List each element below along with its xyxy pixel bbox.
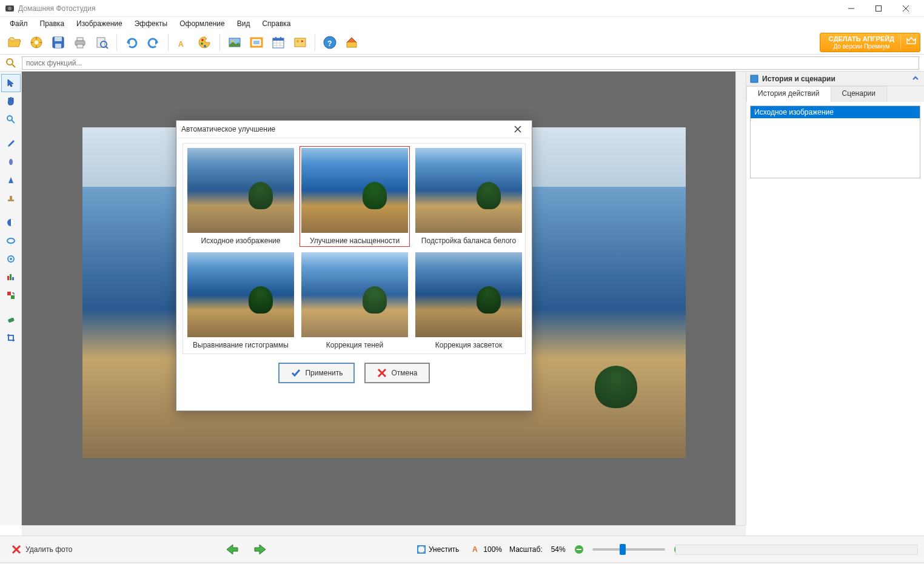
- tab-scenarios[interactable]: Сценарии: [831, 86, 887, 102]
- window-controls: [837, 0, 919, 17]
- maximize-button[interactable]: [865, 0, 892, 17]
- auto-enhance-dialog: Автоматическое улучшение Исходное изобра…: [176, 120, 532, 411]
- window-title: Домашняя Фотостудия: [18, 4, 837, 13]
- settings-icon[interactable]: [27, 33, 46, 52]
- history-item[interactable]: Исходное изображение: [751, 106, 920, 118]
- thumb-option[interactable]: Коррекция теней: [300, 250, 410, 351]
- svg-rect-37: [295, 38, 306, 47]
- pointer-tool-icon[interactable]: [1, 74, 21, 92]
- calendar-icon[interactable]: [269, 33, 288, 52]
- svg-rect-16: [77, 38, 83, 41]
- menu-edit[interactable]: Правка: [34, 18, 71, 29]
- svg-point-48: [7, 238, 15, 243]
- image-icon[interactable]: [225, 33, 244, 52]
- menu-help[interactable]: Справка: [256, 18, 296, 29]
- history-list[interactable]: Исходное изображение: [750, 106, 920, 178]
- brush-tool-icon[interactable]: [1, 153, 21, 171]
- frame-icon[interactable]: [247, 33, 266, 52]
- dialog-titlebar[interactable]: Автоматическое улучшение: [176, 121, 532, 138]
- levels-tool-icon[interactable]: [1, 268, 21, 286]
- svg-rect-17: [77, 44, 83, 48]
- thumb-image: [301, 252, 408, 337]
- collapse-icon[interactable]: [912, 75, 920, 83]
- search-icon[interactable]: [2, 56, 19, 70]
- menu-view[interactable]: Вид: [231, 18, 256, 29]
- upgrade-button[interactable]: СДЕЛАТЬ АПГРЕЙД До версии Премиум: [820, 33, 920, 52]
- clone-tool-icon[interactable]: [1, 171, 21, 189]
- sharpen-tool-icon[interactable]: [1, 232, 21, 250]
- minimize-button[interactable]: [837, 0, 865, 17]
- svg-point-41: [7, 59, 13, 65]
- svg-point-7: [35, 41, 38, 44]
- text-icon[interactable]: A: [173, 33, 193, 52]
- hand-tool-icon[interactable]: [1, 92, 21, 110]
- hundred-percent-button[interactable]: A 100%: [468, 543, 506, 556]
- print-icon[interactable]: [70, 33, 90, 52]
- cancel-button[interactable]: Отмена: [364, 363, 429, 383]
- palette-icon[interactable]: [195, 33, 215, 52]
- thumb-option[interactable]: Исходное изображение: [186, 146, 296, 247]
- tab-history[interactable]: История действий: [746, 86, 831, 102]
- upgrade-line1: СДЕЛАТЬ АПГРЕЙД: [829, 35, 894, 42]
- menu-effects[interactable]: Эффекты: [129, 18, 174, 29]
- redo-icon[interactable]: [144, 33, 163, 52]
- fit-button[interactable]: Унестить: [412, 543, 463, 556]
- menu-file[interactable]: Файл: [4, 18, 34, 29]
- delete-photo-button[interactable]: Удалить фото: [6, 542, 77, 557]
- dropper-tool-icon[interactable]: [1, 135, 21, 153]
- thumb-label: Улучшение насыщенности: [310, 237, 400, 245]
- zoom-out-icon[interactable]: [574, 545, 584, 554]
- postcard-icon[interactable]: [290, 33, 310, 52]
- hundred-label: 100%: [483, 545, 502, 554]
- svg-text:A: A: [472, 545, 478, 554]
- bottom-scrollbar[interactable]: [675, 545, 918, 555]
- app-icon: [5, 4, 15, 13]
- preview-icon[interactable]: [92, 33, 112, 52]
- thumb-label: Исходное изображение: [201, 237, 281, 245]
- svg-point-43: [7, 116, 12, 121]
- fit-icon: [417, 545, 426, 554]
- thumb-option[interactable]: Выравнивание гистограммы: [186, 250, 296, 351]
- close-button[interactable]: [892, 0, 919, 17]
- open-icon[interactable]: [5, 33, 24, 52]
- svg-line-44: [12, 120, 15, 123]
- zoom-tool-icon[interactable]: [1, 110, 21, 129]
- scale-label: Масштаб:: [509, 545, 543, 554]
- vertical-scrollbar[interactable]: [735, 72, 746, 525]
- prev-arrow-icon[interactable]: [224, 543, 240, 556]
- thumb-image: [187, 148, 294, 233]
- delete-icon: [11, 544, 22, 555]
- menu-image[interactable]: Изображение: [70, 18, 129, 29]
- save-icon[interactable]: [49, 33, 68, 52]
- stamp-tool-icon[interactable]: [1, 189, 21, 207]
- horizontal-scrollbar[interactable]: [22, 525, 746, 535]
- hundred-icon: A: [472, 545, 481, 554]
- eraser-tool-icon[interactable]: [1, 311, 21, 329]
- blur-tool-icon[interactable]: [1, 250, 21, 268]
- nav-arrows: [224, 543, 268, 556]
- dialog-close-button[interactable]: [509, 122, 527, 136]
- cancel-icon: [377, 368, 387, 378]
- thumb-option[interactable]: Улучшение насыщенности: [300, 146, 410, 247]
- right-panel: История и сценарии История действий Сцен…: [746, 72, 924, 525]
- undo-icon[interactable]: [122, 33, 141, 52]
- fit-controls: Унестить A 100%: [412, 543, 506, 556]
- slider-thumb[interactable]: [620, 544, 626, 555]
- contrast-tool-icon[interactable]: [1, 213, 21, 232]
- thumb-option[interactable]: Коррекция засветок: [413, 250, 524, 351]
- dialog-title: Автоматическое улучшение: [181, 125, 509, 133]
- apply-button[interactable]: Применить: [278, 363, 355, 383]
- menu-decoration[interactable]: Оформление: [173, 18, 230, 29]
- thumb-option[interactable]: Подстройка баланса белого: [413, 146, 524, 247]
- crop-tool-icon[interactable]: [1, 329, 21, 347]
- thumb-image: [301, 148, 408, 233]
- home-icon[interactable]: [342, 33, 361, 52]
- zoom-slider[interactable]: [592, 548, 665, 551]
- search-input[interactable]: [22, 56, 919, 70]
- swap-tool-icon[interactable]: [1, 286, 21, 304]
- next-arrow-icon[interactable]: [252, 543, 268, 556]
- thumbs-grid: Исходное изображениеУлучшение насыщеннос…: [182, 143, 526, 354]
- thumb-image: [415, 148, 522, 233]
- thumb-label: Подстройка баланса белого: [421, 237, 516, 245]
- help-icon[interactable]: ?: [320, 33, 340, 52]
